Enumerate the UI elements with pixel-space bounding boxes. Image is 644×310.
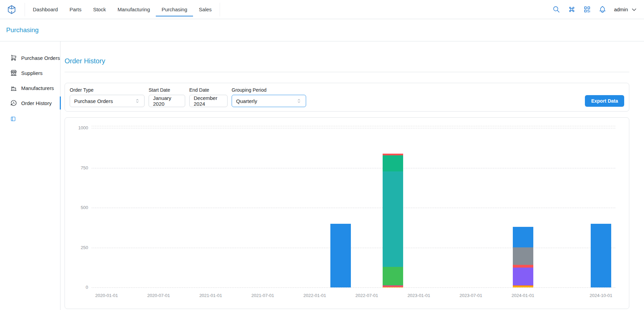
- navbar-actions: admin: [552, 5, 637, 13]
- bar-segment[interactable]: [383, 285, 403, 287]
- sidebar-item-manufacturers[interactable]: Manufacturers: [0, 80, 60, 95]
- x-axis-tick-label: 2024-01-01: [503, 293, 544, 298]
- section-title: Order History: [65, 57, 629, 65]
- sidebar: Purchase Orders Suppliers Manufacturers …: [0, 41, 60, 310]
- start-date-label: Start Date: [149, 87, 185, 93]
- x-axis-tick-label: 2020-07-01: [138, 293, 179, 298]
- x-axis-tick-label: 2021-01-01: [190, 293, 231, 298]
- nav-tab-parts[interactable]: Parts: [64, 3, 87, 16]
- end-date-input[interactable]: December 2024: [189, 95, 228, 107]
- y-axis-tick-label: 750: [69, 165, 88, 171]
- sidebar-item-label: Purchase Orders: [21, 55, 60, 61]
- sidebar-item-order-history[interactable]: Order History: [0, 95, 60, 111]
- gridline: [92, 168, 615, 168]
- bar-segment[interactable]: [383, 267, 403, 285]
- y-axis-tick-label: 0: [69, 285, 88, 290]
- bar-segment[interactable]: [591, 224, 611, 287]
- start-date-value: January 2020: [153, 95, 181, 107]
- top-navbar: Dashboard Parts Stock Manufacturing Purc…: [0, 0, 644, 19]
- grouping-period-field: Grouping Period Quarterly: [232, 87, 306, 107]
- filter-panel: Order Type Purchase Orders Start Date Ja…: [65, 83, 629, 112]
- x-axis-tick-label: 2023-01-01: [398, 293, 439, 298]
- history-icon: [10, 100, 17, 106]
- nav-tab-manufacturing[interactable]: Manufacturing: [112, 3, 156, 16]
- gridline: [92, 128, 615, 128]
- bar-segment[interactable]: [330, 224, 351, 287]
- export-data-button[interactable]: Export Data: [585, 95, 624, 107]
- sidebar-item-purchase-orders[interactable]: Purchase Orders: [0, 50, 60, 65]
- x-axis-tick-label: 2022-01-01: [294, 293, 335, 298]
- chevron-down-icon: [631, 7, 637, 13]
- nav-tab-dashboard[interactable]: Dashboard: [27, 3, 64, 16]
- bar-segment[interactable]: [513, 268, 533, 285]
- order-type-select[interactable]: Purchase Orders: [70, 95, 145, 107]
- end-date-field: End Date December 2024: [189, 87, 228, 107]
- bar-segment[interactable]: [513, 286, 533, 287]
- main-nav: Dashboard Parts Stock Manufacturing Purc…: [25, 3, 220, 16]
- sidebar-item-label: Suppliers: [21, 70, 43, 76]
- sidebar-item-suppliers[interactable]: Suppliers: [0, 65, 60, 80]
- x-axis-tick-label: 2020-01-01: [86, 293, 127, 298]
- main-panel: Order History Order Type Purchase Orders…: [60, 41, 644, 310]
- order-type-field: Order Type Purchase Orders: [70, 87, 145, 107]
- user-menu[interactable]: admin: [614, 7, 637, 13]
- sidebar-item-label: Order History: [21, 100, 52, 106]
- grouping-period-select[interactable]: Quarterly: [232, 95, 306, 107]
- nav-tab-sales[interactable]: Sales: [193, 3, 218, 16]
- start-date-input[interactable]: January 2020: [149, 95, 185, 107]
- bar-segment[interactable]: [383, 154, 403, 155]
- bell-icon[interactable]: [599, 5, 606, 13]
- search-icon[interactable]: [552, 5, 560, 13]
- order-type-label: Order Type: [70, 87, 145, 93]
- bar-segment[interactable]: [513, 227, 533, 247]
- nav-tab-stock[interactable]: Stock: [87, 3, 112, 16]
- page-title: Purchasing: [6, 26, 39, 34]
- x-axis-tick-label: 2023-07-01: [450, 293, 491, 298]
- shopping-cart-icon: [10, 54, 17, 61]
- bar-segment[interactable]: [513, 247, 533, 265]
- y-axis-tick-label: 1000: [69, 125, 88, 131]
- y-axis-tick-label: 500: [69, 205, 88, 210]
- content: Purchase Orders Suppliers Manufacturers …: [0, 41, 644, 310]
- order-type-value: Purchase Orders: [74, 98, 113, 104]
- y-axis-tick-label: 250: [69, 245, 88, 250]
- plot-top-line: [92, 126, 615, 126]
- app-logo-icon[interactable]: [7, 5, 16, 14]
- section-divider: [65, 72, 629, 72]
- grouping-period-value: Quarterly: [236, 98, 257, 104]
- bar-segment[interactable]: [383, 287, 403, 287]
- end-date-label: End Date: [189, 87, 228, 93]
- layout-sidebar-icon[interactable]: [10, 116, 16, 122]
- bar-segment[interactable]: [513, 285, 533, 286]
- bar-segment[interactable]: [383, 155, 403, 171]
- start-date-field: Start Date January 2020: [149, 87, 185, 107]
- building-store-icon: [10, 69, 17, 76]
- selector-chevrons-icon: [135, 98, 140, 104]
- x-axis-tick-label: 2021-07-01: [242, 293, 283, 298]
- bar-segment[interactable]: [513, 265, 533, 268]
- command-icon[interactable]: [568, 5, 576, 13]
- gridline: [92, 208, 615, 208]
- x-axis-tick-label: 2024-10-01: [580, 293, 621, 298]
- nav-tab-purchasing[interactable]: Purchasing: [156, 3, 193, 16]
- selector-chevrons-icon: [296, 98, 302, 104]
- bar-segment[interactable]: [383, 171, 403, 267]
- chart-card: 025050075010002020-01-012020-07-012021-0…: [65, 117, 629, 309]
- qrcode-icon[interactable]: [583, 5, 591, 13]
- gridline: [92, 248, 615, 248]
- end-date-value: December 2024: [194, 95, 223, 107]
- building-factory-icon: [10, 85, 17, 91]
- gridline: [92, 287, 615, 288]
- x-axis-tick-label: 2022-07-01: [346, 293, 387, 298]
- order-history-chart: 025050075010002020-01-012020-07-012021-0…: [65, 118, 629, 309]
- grouping-period-label: Grouping Period: [232, 87, 306, 93]
- username-label: admin: [614, 7, 628, 12]
- sidebar-item-label: Manufacturers: [21, 85, 54, 91]
- page-header: Purchasing: [0, 19, 644, 41]
